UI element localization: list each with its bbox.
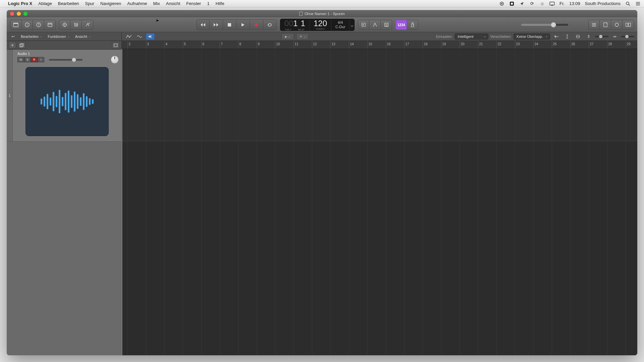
move-select[interactable]: Keine Überlapp. — [514, 34, 550, 40]
spotlight-icon[interactable] — [625, 1, 631, 6]
duplicate-track-button[interactable] — [18, 42, 25, 49]
global-tracks-button[interactable] — [112, 42, 119, 49]
menu-spur[interactable]: Spur — [85, 1, 94, 6]
lcd-display[interactable]: 001 1 TAKTBEAT 120 TEMPO 4/4 C-Dur ⌄ — [280, 19, 355, 31]
menu-ablage[interactable]: Ablage — [38, 1, 52, 6]
master-volume-slider[interactable] — [521, 24, 568, 26]
solo-button[interactable]: S — [24, 57, 31, 62]
flex-icon[interactable] — [135, 33, 144, 40]
input-monitor-button[interactable]: I — [38, 57, 44, 62]
svg-rect-17 — [48, 23, 52, 26]
loops-button[interactable] — [611, 20, 623, 30]
stop-button[interactable] — [223, 19, 236, 30]
display-icon[interactable] — [549, 1, 555, 6]
menubar-user[interactable]: South Productions — [585, 1, 621, 6]
smart-controls-button[interactable] — [59, 20, 70, 30]
menu-navigieren[interactable]: Navigieren — [100, 1, 121, 6]
svg-point-41 — [615, 23, 619, 26]
snap-select[interactable]: Intelligent — [455, 34, 488, 40]
vzoom-slider[interactable] — [595, 36, 608, 37]
notepad-button[interactable] — [600, 20, 611, 30]
track-lane[interactable] — [122, 49, 637, 141]
waveform-icon — [41, 90, 94, 113]
tracks-header-bar: ↩ Bearbeiten⌄ Funktionen⌄ Ansicht⌄ ▸⌄ ＋⌄… — [7, 32, 637, 41]
close-button[interactable] — [10, 12, 14, 16]
editors-button[interactable] — [82, 20, 93, 30]
mixer-button[interactable] — [70, 20, 82, 30]
titlebar: Ohne Namen 1 - Spuren — [7, 10, 637, 17]
menubar-app-name[interactable]: Logic Pro X — [8, 1, 32, 6]
menu-bearbeiten[interactable]: Bearbeiten — [58, 1, 79, 6]
arrange-grid[interactable] — [122, 49, 637, 355]
screenrec-icon[interactable] — [499, 1, 504, 6]
svg-rect-42 — [626, 23, 628, 26]
automation-icon[interactable] — [124, 33, 133, 40]
zoom-button[interactable] — [23, 12, 28, 16]
cycle-button[interactable] — [263, 19, 277, 30]
minimize-button[interactable] — [17, 12, 21, 16]
menu-hilfe[interactable]: Hilfe — [216, 1, 224, 6]
menu-fenster[interactable]: Fenster — [186, 1, 201, 6]
metronome-button[interactable] — [407, 20, 418, 30]
back-icon[interactable]: ↩ — [9, 33, 17, 40]
snap-label: Einrasten: — [436, 35, 453, 39]
track-name[interactable]: Audio 1 — [17, 52, 119, 56]
vert-autozoom-icon[interactable] — [563, 33, 572, 40]
track-volume-slider[interactable] — [49, 59, 83, 61]
svg-rect-12 — [13, 23, 18, 24]
wifi-icon[interactable]: ◉ — [539, 1, 545, 6]
list-editors-button[interactable] — [588, 20, 600, 30]
stop-record-icon[interactable] — [509, 1, 515, 6]
library-button[interactable] — [10, 20, 21, 30]
mute-button[interactable]: M — [17, 57, 24, 62]
view-menu[interactable]: Ansicht⌄ — [73, 34, 93, 39]
playhead[interactable] — [122, 49, 122, 355]
menu-mix[interactable]: Mix — [153, 1, 160, 6]
transport — [196, 19, 277, 30]
sync-icon[interactable]: ⟳ — [529, 1, 535, 6]
rewind-button[interactable] — [196, 19, 210, 30]
autopunch-button[interactable] — [369, 20, 381, 30]
menubar-time[interactable]: 13:09 — [569, 1, 580, 6]
arrange-area[interactable]: 2345678910111213141516171819202122232425… — [122, 41, 637, 355]
edit-menu[interactable]: Bearbeiten⌄ — [19, 34, 44, 39]
svg-rect-51 — [114, 44, 117, 47]
waveform-zoom-icon[interactable] — [552, 33, 561, 40]
svg-rect-3 — [511, 3, 513, 5]
replace-button[interactable] — [358, 20, 369, 30]
add-track-button[interactable]: ＋ — [9, 42, 16, 49]
menu-aufnahme[interactable]: Aufnahme — [127, 1, 147, 6]
quickhelp-button[interactable]: ? — [33, 20, 44, 30]
main-toolbar: i ? 001 1 TAKTBEAT 120 TEMPO — [7, 17, 637, 32]
hzoom-slider[interactable] — [621, 36, 635, 37]
vzoom-icon[interactable]: ⇕ — [584, 33, 593, 40]
inspector-button[interactable]: i — [21, 20, 33, 30]
count-in-button[interactable]: 1234 — [395, 20, 407, 30]
track-panel-header: ＋ — [7, 41, 121, 50]
menubar-day[interactable]: Fr. — [559, 1, 565, 6]
record-button[interactable] — [250, 19, 263, 30]
location-icon[interactable] — [519, 1, 525, 6]
browser-button[interactable] — [623, 20, 634, 30]
toolbar-toggle-button[interactable] — [44, 20, 56, 30]
menu-list-icon[interactable] — [635, 1, 641, 6]
pencil-tool-icon[interactable]: ＋⌄ — [296, 33, 309, 40]
window-title: Ohne Namen 1 - Spuren — [305, 12, 345, 16]
play-button[interactable] — [236, 19, 250, 30]
hzoom-icon[interactable]: ⇔ — [610, 33, 619, 40]
forward-button[interactable] — [210, 19, 223, 30]
svg-point-30 — [77, 24, 78, 25]
svg-line-31 — [88, 23, 90, 24]
pan-knob[interactable] — [111, 56, 119, 64]
ruler[interactable]: 2345678910111213141516171819202122232425… — [122, 41, 637, 49]
solo-safe-button[interactable]: S — [381, 20, 392, 30]
menu-1[interactable]: 1 — [207, 1, 209, 6]
lcd-menu-chevron[interactable]: ⌄ — [350, 19, 354, 31]
record-enable-button[interactable]: R — [31, 57, 38, 62]
track-row[interactable]: 1 Audio 1 M S R I — [7, 50, 121, 142]
menu-ansicht[interactable]: Ansicht — [166, 1, 180, 6]
functions-menu[interactable]: Funktionen⌄ — [46, 34, 71, 39]
horiz-autozoom-icon[interactable] — [574, 33, 582, 40]
catch-icon[interactable] — [146, 33, 155, 40]
pointer-tool-icon[interactable]: ▸⌄ — [281, 33, 294, 40]
